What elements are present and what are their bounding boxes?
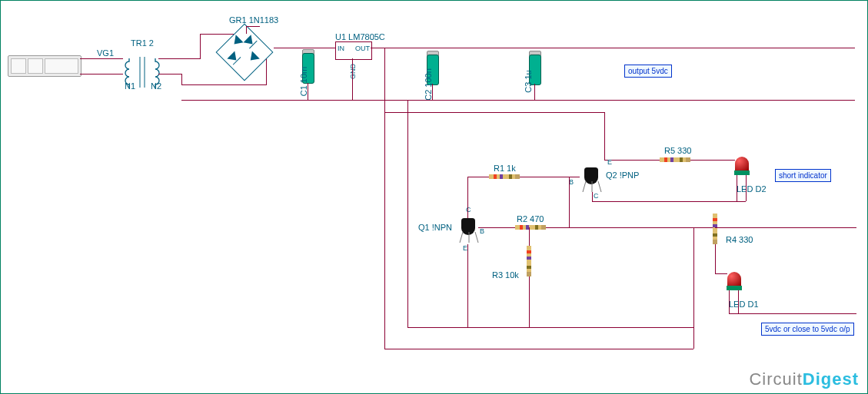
- source-sub: [11, 58, 26, 74]
- wire: [181, 74, 182, 84]
- output-5vdc-annot: output 5vdc: [624, 65, 672, 78]
- wire: [592, 192, 593, 201]
- wire: [693, 227, 694, 349]
- wire: [432, 84, 433, 100]
- wire: [407, 100, 408, 327]
- wire: [729, 290, 730, 313]
- wire: [478, 227, 515, 228]
- q1-label: Q1 !NPN: [418, 223, 452, 232]
- footer-a: Circuit: [749, 369, 802, 389]
- wire: [371, 48, 855, 48]
- svg-line-11: [598, 181, 601, 192]
- wire: [384, 349, 693, 349]
- tr1-n1-label: N1: [125, 81, 135, 91]
- wire: [246, 26, 247, 34]
- r3-resistor: [527, 246, 531, 276]
- wire: [715, 244, 716, 273]
- wire: [592, 201, 746, 202]
- led-d1: [727, 272, 741, 286]
- c3-label: C3 1u: [524, 70, 533, 92]
- r4-resistor: [713, 214, 717, 244]
- r2-resistor: [515, 225, 546, 230]
- wire: [158, 74, 181, 74]
- wire: [715, 227, 856, 228]
- footer-b: Digest: [803, 369, 859, 389]
- svg-line-9: [583, 181, 586, 192]
- wire: [158, 58, 200, 59]
- wire: [529, 227, 530, 246]
- r2-label: R2 470: [517, 214, 544, 223]
- wire: [384, 112, 385, 349]
- wire: [181, 84, 266, 85]
- q2-e: E: [607, 158, 612, 166]
- wire: [534, 84, 535, 100]
- svg-rect-2: [216, 24, 273, 81]
- wire: [80, 58, 123, 59]
- q2-label: Q2 !PNP: [606, 171, 639, 180]
- wire: [746, 175, 747, 201]
- wire: [352, 58, 353, 100]
- vg1-label: VG1: [97, 48, 114, 58]
- wire: [546, 227, 569, 228]
- source-sub: [45, 58, 78, 74]
- d1-label: LED D1: [729, 300, 759, 309]
- q2-leads: [581, 180, 604, 195]
- svg-marker-5: [227, 51, 240, 65]
- wire: [520, 177, 580, 177]
- wire: [737, 175, 737, 201]
- d2-label: LED D2: [737, 184, 767, 194]
- r1-label: R1 1k: [494, 164, 516, 173]
- wire: [384, 48, 385, 112]
- svg-line-14: [475, 232, 478, 243]
- u1-label: U1 LM7805C: [335, 32, 385, 41]
- q1-leads: [458, 230, 481, 246]
- bridge-rectifier: [214, 22, 275, 83]
- svg-marker-7: [247, 51, 260, 65]
- r1-resistor: [489, 174, 520, 179]
- svg-marker-3: [244, 35, 257, 48]
- r4-label: R4 330: [726, 235, 753, 244]
- r5-label: R5 330: [664, 146, 691, 155]
- ground-rail: [181, 100, 855, 101]
- source-sub: [28, 58, 43, 74]
- wire: [467, 177, 468, 218]
- q1-c: C: [466, 206, 471, 214]
- q2-c: C: [594, 192, 599, 200]
- wire: [738, 290, 739, 313]
- footer-brand: CircuitDigest: [749, 369, 859, 389]
- led-d2: [735, 157, 749, 171]
- c2-label: C2 100n: [424, 68, 433, 101]
- wire: [407, 327, 693, 328]
- wire: [246, 26, 260, 27]
- wire: [715, 273, 727, 274]
- wire: [690, 160, 735, 161]
- tr1-label: TR1 2: [131, 38, 154, 48]
- wire: [274, 48, 335, 48]
- wire: [80, 74, 123, 74]
- wire: [384, 112, 604, 113]
- wire: [200, 34, 201, 59]
- wire: [729, 313, 856, 314]
- u1-gnd: GND: [349, 64, 357, 79]
- 5vdc-op-annot: 5vdc or close to 5vdc o/p: [761, 323, 854, 336]
- wire: [569, 177, 570, 228]
- u1-in: IN: [338, 45, 344, 52]
- tr1-n2-label: N2: [151, 81, 161, 91]
- svg-line-12: [460, 232, 463, 243]
- wire: [467, 177, 489, 177]
- r3-label: R3 10k: [492, 270, 519, 280]
- wire: [604, 112, 605, 160]
- wire: [604, 160, 660, 161]
- wire: [308, 83, 308, 100]
- wire: [467, 244, 468, 327]
- short-indicator-annot: short indicator: [775, 169, 831, 182]
- wire: [529, 276, 530, 327]
- q1-b: B: [480, 227, 484, 235]
- u1-out: OUT: [355, 45, 370, 52]
- r5-resistor: [660, 157, 690, 162]
- svg-marker-8: [231, 35, 244, 48]
- gr1-label: GR1 1N1183: [229, 15, 278, 25]
